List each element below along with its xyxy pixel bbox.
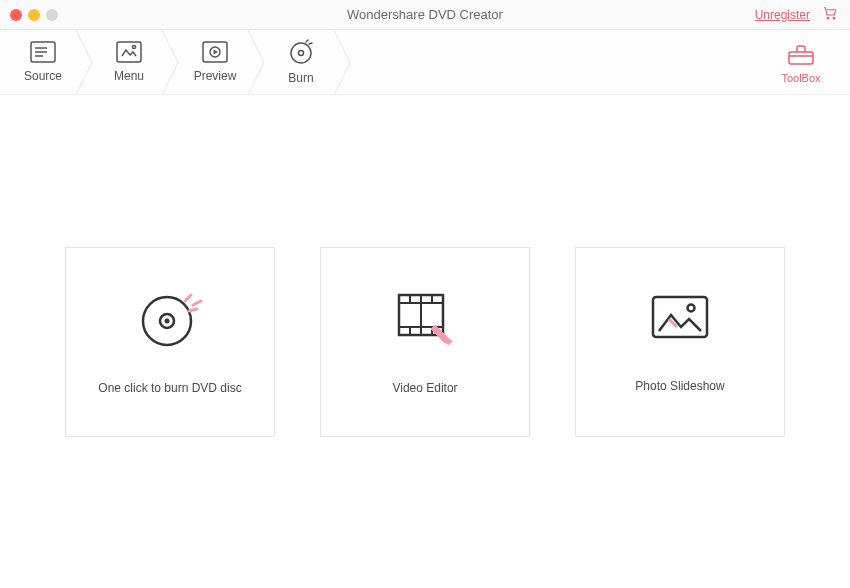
step-label: Source [24, 69, 62, 83]
toolbox-button[interactable]: ToolBox [766, 30, 836, 95]
step-label: Menu [114, 69, 144, 83]
svg-point-10 [291, 43, 311, 63]
app-window: Wondershare DVD Creator Unregister [0, 0, 850, 588]
disc-icon [135, 289, 205, 353]
zoom-window-button[interactable] [46, 9, 58, 21]
video-editor-icon [393, 289, 457, 353]
toolbox-label: ToolBox [781, 72, 820, 84]
step-source[interactable]: Source [0, 30, 86, 94]
cart-icon[interactable] [822, 5, 838, 25]
step-menu[interactable]: Menu [86, 30, 172, 94]
card-label: One click to burn DVD disc [98, 381, 241, 395]
card-burn-dvd[interactable]: One click to burn DVD disc [65, 247, 275, 437]
window-title: Wondershare DVD Creator [0, 7, 850, 22]
close-window-button[interactable] [10, 9, 22, 21]
content-area: One click to burn DVD disc [0, 95, 850, 588]
card-photo-slideshow[interactable]: Photo Slideshow [575, 247, 785, 437]
minimize-window-button[interactable] [28, 9, 40, 21]
svg-point-1 [833, 17, 835, 19]
step-bar: Source Menu Preview [0, 30, 850, 95]
svg-rect-12 [789, 52, 813, 64]
svg-point-28 [688, 304, 695, 311]
step-preview[interactable]: Preview [172, 30, 258, 94]
step-label: Preview [194, 69, 237, 83]
svg-point-7 [132, 45, 135, 48]
window-controls [0, 9, 58, 21]
step-burn[interactable]: Burn [258, 30, 344, 94]
photo-slideshow-icon [647, 291, 713, 351]
menu-icon [116, 41, 142, 65]
source-icon [30, 41, 56, 65]
titlebar-right: Unregister [755, 5, 838, 25]
card-label: Photo Slideshow [635, 379, 724, 393]
unregister-link[interactable]: Unregister [755, 8, 810, 22]
svg-rect-27 [653, 297, 707, 337]
preview-icon [202, 41, 228, 65]
svg-rect-6 [117, 42, 141, 62]
svg-point-11 [299, 51, 304, 56]
titlebar: Wondershare DVD Creator Unregister [0, 0, 850, 30]
svg-point-0 [827, 17, 829, 19]
burn-icon [288, 39, 314, 67]
card-video-editor[interactable]: Video Editor [320, 247, 530, 437]
svg-point-16 [165, 318, 170, 323]
toolbox-icon [787, 42, 815, 68]
card-label: Video Editor [392, 381, 457, 395]
step-label: Burn [288, 71, 313, 85]
